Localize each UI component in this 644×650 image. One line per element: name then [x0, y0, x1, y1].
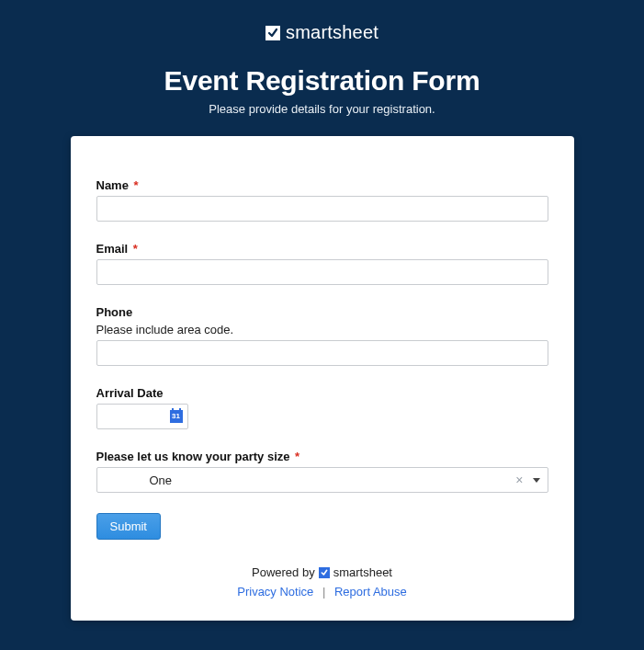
- field-arrival: Arrival Date 31: [96, 386, 548, 429]
- field-phone: Phone Please include area code.: [96, 305, 548, 366]
- people-icon: [103, 473, 142, 486]
- email-label: Email *: [96, 242, 548, 256]
- page-title: Event Registration Form: [164, 65, 480, 97]
- footer-brand-name: smartsheet: [333, 565, 392, 579]
- email-input[interactable]: [96, 259, 548, 285]
- footer-links: Privacy Notice | Report Abuse: [96, 585, 548, 599]
- brand-name: smartsheet: [286, 22, 378, 43]
- name-label-text: Name: [96, 178, 129, 192]
- party-label: Please let us know your party size *: [96, 450, 548, 463]
- name-label: Name *: [96, 178, 548, 192]
- phone-help: Please include area code.: [96, 323, 548, 336]
- party-size-value: One: [150, 473, 511, 487]
- chevron-down-icon: [533, 478, 540, 483]
- field-name: Name *: [96, 178, 548, 222]
- form-footer: Powered by smartsheet Privacy Notice | R…: [96, 565, 548, 599]
- phone-label-text: Phone: [96, 305, 133, 319]
- email-label-text: Email: [96, 242, 129, 256]
- arrival-label-text: Arrival Date: [96, 386, 164, 400]
- report-abuse-link[interactable]: Report Abuse: [334, 585, 407, 599]
- page-subtitle: Please provide details for your registra…: [209, 102, 435, 116]
- powered-by-label: Powered by: [252, 565, 315, 579]
- phone-label: Phone: [96, 305, 548, 319]
- checkmark-icon: [266, 26, 280, 40]
- separator: |: [322, 585, 325, 599]
- required-asterisk: *: [134, 178, 139, 192]
- required-asterisk: *: [133, 242, 138, 256]
- checkmark-icon: [319, 567, 330, 578]
- party-label-text: Please let us know your party size: [96, 450, 290, 463]
- name-input[interactable]: [96, 196, 548, 222]
- phone-input[interactable]: [96, 340, 548, 366]
- privacy-notice-link[interactable]: Privacy Notice: [237, 585, 313, 599]
- party-size-select[interactable]: One ×: [96, 467, 548, 493]
- clear-icon[interactable]: ×: [510, 473, 528, 487]
- brand-logo: smartsheet: [266, 22, 378, 43]
- field-email: Email *: [96, 242, 548, 285]
- calendar-icon[interactable]: 31: [170, 410, 183, 423]
- powered-by: Powered by smartsheet: [252, 565, 392, 579]
- required-asterisk: *: [295, 450, 299, 463]
- submit-button[interactable]: Submit: [96, 513, 161, 540]
- field-party-size: Please let us know your party size * One…: [96, 450, 548, 493]
- form-card: Name * Email * Phone Please include area…: [71, 136, 574, 621]
- arrival-label: Arrival Date: [96, 386, 548, 400]
